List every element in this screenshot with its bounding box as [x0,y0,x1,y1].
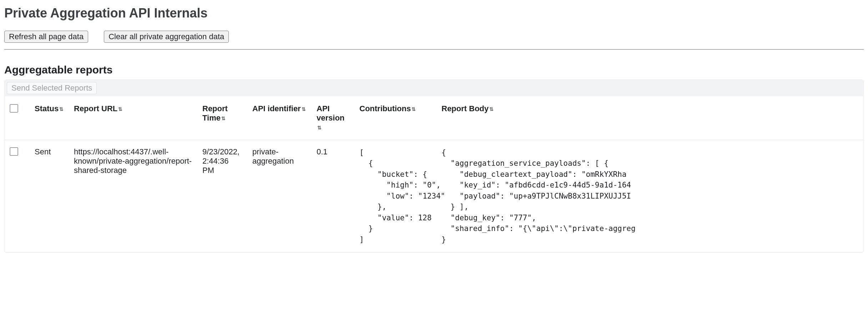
reports-table: Status⇅ Report URL⇅ Report Time⇅ API ide… [5,96,863,252]
row-checkbox-cell [5,140,30,252]
header-status[interactable]: Status⇅ [30,96,69,140]
header-report-body[interactable]: Report Body⇅ [436,96,863,140]
sort-icon: ⇅ [221,116,226,121]
cell-report-url: https://localhost:4437/.well-known/priva… [69,140,197,252]
reports-table-container: Send Selected Reports Status⇅ [4,80,864,253]
sort-icon: ⇅ [302,107,306,112]
header-contributions[interactable]: Contributions⇅ [354,96,436,140]
header-report-url[interactable]: Report URL⇅ [69,96,197,140]
header-api-identifier[interactable]: API identifier⇅ [247,96,312,140]
header-status-label: Status [35,104,59,113]
sort-icon: ⇅ [412,107,416,112]
refresh-button[interactable]: Refresh all page data [4,31,88,43]
header-checkbox-cell [5,96,30,140]
contributions-pre: [ { "bucket": { "high": "0", "low": "123… [359,147,432,245]
sort-icon: ⇅ [317,125,322,130]
cell-api-version: 0.1 [312,140,354,252]
header-report-body-label: Report Body [441,104,489,113]
header-report-time[interactable]: Report Time⇅ [197,96,247,140]
report-body-pre: { "aggregation_service_payloads": [ { "d… [441,147,858,245]
cell-status: Sent [30,140,69,252]
table-header-row: Status⇅ Report URL⇅ Report Time⇅ API ide… [5,96,863,140]
clear-data-button[interactable]: Clear all private aggregation data [104,31,229,43]
cell-report-body: { "aggregation_service_payloads": [ { "d… [436,140,863,252]
section-title: Aggregatable reports [4,64,864,76]
page-title: Private Aggregation API Internals [4,6,864,21]
sort-icon: ⇅ [59,107,64,112]
sort-icon: ⇅ [118,107,122,112]
header-api-version-label: API version [317,104,344,122]
select-all-checkbox[interactable] [10,104,18,113]
cell-report-time: 9/23/2022, 2:44:36 PM [197,140,247,252]
header-api-version[interactable]: API version⇅ [312,96,354,140]
header-report-url-label: Report URL [74,104,117,113]
table-toolbar: Send Selected Reports [5,80,863,96]
cell-api-identifier: private-aggregation [247,140,312,252]
header-contributions-label: Contributions [359,104,411,113]
send-selected-button[interactable]: Send Selected Reports [7,82,97,94]
table-row: Sent https://localhost:4437/.well-known/… [5,140,863,252]
header-api-identifier-label: API identifier [252,104,301,113]
cell-contributions: [ { "bucket": { "high": "0", "low": "123… [354,140,436,252]
row-select-checkbox[interactable] [10,147,18,156]
sort-icon: ⇅ [489,107,494,112]
top-toolbar: Refresh all page data Clear all private … [4,31,864,50]
